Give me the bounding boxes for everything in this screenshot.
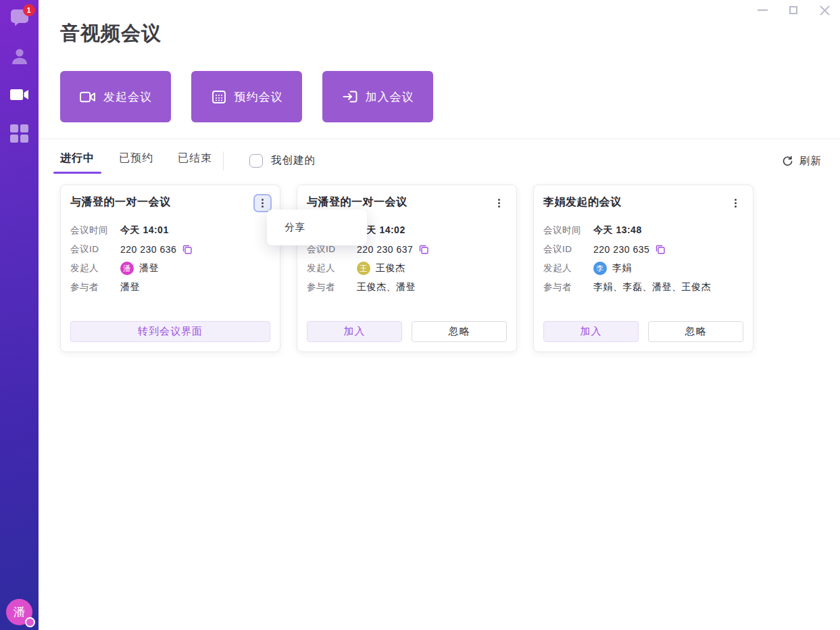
window-controls [747, 0, 840, 20]
status-dot [25, 617, 35, 627]
meeting-title: 与潘登的一对一会议 [70, 195, 246, 210]
start-meeting-button[interactable]: 发起会议 [60, 71, 171, 122]
copy-icon [656, 245, 665, 254]
page-title: 音视频会议 [60, 20, 162, 47]
initiator-avatar: 王 [357, 262, 370, 275]
tab-scheduled[interactable]: 已预约 [119, 151, 153, 174]
join-button[interactable]: 加入 [307, 321, 402, 342]
video-camera-icon [10, 89, 29, 103]
action-buttons: 发起会议 预约会议 加入会议 [60, 71, 433, 122]
participants-row: 参与者 潘登 [70, 278, 270, 297]
meeting-id: 220 230 637 [357, 244, 413, 255]
join-meeting-button[interactable]: 加入会议 [322, 71, 433, 122]
meeting-title: 李娟发起的会议 [543, 195, 719, 210]
copy-icon [419, 245, 428, 254]
section-divider [39, 139, 840, 139]
copy-icon [182, 245, 192, 254]
initiator-row: 发起人 潘 潘登 [70, 259, 270, 278]
more-options-button[interactable] [490, 194, 508, 212]
created-by-me-checkbox[interactable] [249, 154, 263, 168]
meeting-title: 与潘登的一对一会议 [307, 195, 483, 210]
person-icon [10, 47, 29, 68]
initiator-row: 发起人 李 李娟 [543, 259, 743, 278]
refresh-icon [782, 155, 793, 167]
user-avatar[interactable]: 潘 [6, 599, 32, 625]
meeting-card: 与潘登的一对一会议 会议时间 今天 14:01 会议ID 220 230 636… [60, 185, 280, 352]
initiator-row: 发起人 王 王俊杰 [307, 259, 507, 278]
toolbar-divider [223, 151, 224, 170]
maximize-icon [789, 6, 797, 14]
ignore-button[interactable]: 忽略 [412, 321, 507, 342]
meeting-time: 今天 14:01 [120, 224, 169, 237]
participants: 潘登 [120, 281, 140, 293]
close-icon [820, 5, 830, 16]
schedule-icon [211, 89, 227, 105]
refresh-button[interactable]: 刷新 [782, 154, 822, 168]
close-button[interactable] [809, 0, 840, 20]
schedule-meeting-label: 预约会议 [234, 89, 283, 105]
sidebar-item-apps[interactable] [9, 125, 30, 144]
created-by-me-filter: 我创建的 [249, 153, 316, 168]
meeting-id: 220 230 635 [593, 244, 649, 255]
join-icon [342, 89, 358, 105]
sidebar-nav: 1 [0, 9, 39, 144]
schedule-meeting-button[interactable]: 预约会议 [191, 71, 302, 122]
participants: 王俊杰、潘登 [357, 281, 416, 293]
share-context-menu: 分享 [267, 210, 367, 245]
menu-item-share[interactable]: 分享 [267, 212, 367, 243]
grid-icon [10, 124, 28, 145]
participants-row: 参与者 李娟、李磊、潘登、王俊杰 [543, 278, 743, 297]
meeting-card-list: 与潘登的一对一会议 会议时间 今天 14:01 会议ID 220 230 636… [60, 185, 753, 352]
meeting-card: 李娟发起的会议 会议时间 今天 13:48 会议ID 220 230 635 发… [533, 185, 753, 352]
user-avatar-text: 潘 [14, 604, 25, 620]
meeting-id-row: 会议ID 220 230 635 [543, 240, 743, 259]
join-button[interactable]: 加入 [543, 321, 639, 342]
initiator-name: 李娟 [612, 262, 632, 274]
copy-id-button[interactable] [656, 245, 665, 254]
initiator-avatar: 潘 [120, 262, 134, 275]
start-meeting-label: 发起会议 [103, 89, 152, 105]
sidebar: 1 潘 [0, 0, 39, 630]
join-meeting-label: 加入会议 [366, 89, 414, 105]
minimize-button[interactable] [747, 0, 778, 20]
meeting-time-row: 会议时间 今天 13:48 [543, 221, 743, 240]
initiator-name: 王俊杰 [376, 262, 405, 274]
minimize-icon [758, 9, 768, 11]
go-to-meeting-button[interactable]: 转到会议界面 [70, 321, 270, 342]
created-by-me-label: 我创建的 [271, 153, 316, 168]
sidebar-item-chat[interactable]: 1 [9, 9, 30, 28]
meeting-id: 220 230 636 [120, 244, 176, 255]
meeting-time-row: 会议时间 今天 14:01 [70, 221, 270, 240]
refresh-label: 刷新 [799, 154, 822, 168]
sidebar-item-meetings[interactable] [9, 87, 30, 105]
ignore-button[interactable]: 忽略 [648, 321, 743, 342]
participants: 李娟、李磊、潘登、王俊杰 [593, 281, 711, 293]
more-options-button[interactable] [253, 194, 272, 212]
tab-bar: 进行中 已预约 已结束 [60, 151, 212, 174]
sidebar-item-contacts[interactable] [9, 48, 30, 67]
meeting-id-row: 会议ID 220 230 636 [70, 240, 270, 259]
copy-id-button[interactable] [419, 245, 428, 254]
tab-ongoing[interactable]: 进行中 [60, 151, 95, 174]
participants-row: 参与者 王俊杰、潘登 [307, 278, 507, 297]
camera-icon [79, 89, 96, 105]
tab-ended[interactable]: 已结束 [178, 151, 212, 174]
meeting-time: 今天 13:48 [593, 224, 642, 237]
copy-id-button[interactable] [182, 245, 192, 254]
initiator-avatar: 李 [593, 262, 607, 275]
maximize-button[interactable] [778, 0, 809, 20]
unread-badge: 1 [23, 4, 35, 16]
initiator-name: 潘登 [139, 262, 159, 274]
more-options-button[interactable] [726, 194, 745, 212]
